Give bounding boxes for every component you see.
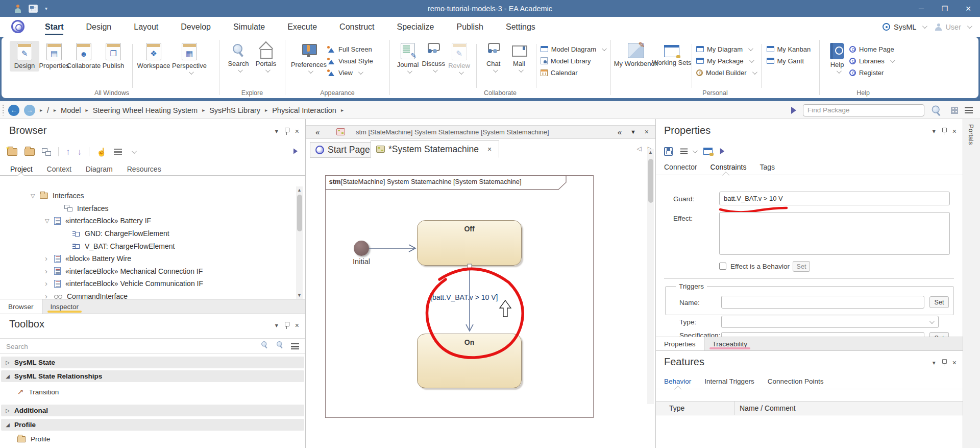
package-icon[interactable] [24, 148, 35, 156]
nav-expand-icon[interactable] [791, 107, 796, 114]
properties-button[interactable]: ▤ Properties [39, 41, 69, 72]
close-panel-icon[interactable]: × [295, 321, 299, 329]
home-page-button[interactable]: Home Page [849, 44, 894, 54]
tab-list-icon[interactable]: « [618, 128, 622, 136]
save-icon[interactable] [664, 147, 673, 156]
my-workbench-button[interactable]: My Workbench [616, 41, 656, 69]
tree-item-mechanical-connection-if[interactable]: › «interfaceBlock» Mechanical Connection… [0, 265, 294, 278]
breadcrumb-model[interactable]: Model [61, 106, 81, 114]
pin-icon[interactable] [284, 322, 289, 329]
trigger-name-input[interactable] [721, 296, 924, 309]
toolbox-section-sysml-state[interactable]: ▷ SysML State [1, 357, 304, 368]
column-name-comment[interactable]: Name / Comment [740, 404, 796, 412]
ribbon-tab-develop[interactable]: Develop [181, 17, 211, 37]
browser-tab-resources[interactable]: Resources [120, 165, 168, 173]
portals-button[interactable]: Portals [252, 41, 280, 75]
transition-guard-label[interactable]: [batt.V_BAT.v > 10 V] [430, 293, 517, 301]
portals-strip-label[interactable]: Portals [967, 124, 975, 145]
trigger-spec-set-button[interactable]: Set [929, 332, 949, 337]
features-tab-behavior[interactable]: Behavior [664, 378, 691, 385]
ribbon-tab-simulate[interactable]: Simulate [233, 17, 265, 37]
bottom-tab-inspector[interactable]: Inspector [42, 299, 87, 314]
tree-item-interfaces-package[interactable]: ▽ Interfaces [0, 190, 294, 202]
my-package-button[interactable]: My Package [696, 56, 756, 66]
effect-textarea[interactable] [719, 212, 950, 255]
pin-icon[interactable] [942, 359, 946, 366]
tree-item-interfaces-diagram[interactable]: Interfaces [0, 202, 294, 215]
run-icon[interactable] [720, 148, 725, 154]
new-package-icon[interactable] [7, 148, 17, 156]
collapse-panel-icon[interactable]: ▾ [275, 128, 278, 135]
tree-item-gnd-port[interactable]: GND: ChargeFlowElement [0, 227, 294, 240]
model-builder-button[interactable]: Model Builder [696, 67, 756, 78]
ribbon-tab-specialize[interactable]: Specialize [397, 17, 434, 37]
search-icon[interactable] [931, 105, 942, 114]
close-panel-icon[interactable]: × [952, 359, 957, 367]
collapse-tabs-icon[interactable]: « [315, 128, 320, 136]
journal-button[interactable]: Journal [395, 41, 421, 76]
quick-access-chevron-icon[interactable]: ▾ [45, 6, 47, 11]
view-button[interactable]: View [327, 67, 373, 78]
column-type[interactable]: Type [669, 404, 684, 412]
collapse-panel-icon[interactable]: ▾ [933, 128, 936, 135]
model-library-button[interactable]: Model Library [541, 56, 605, 66]
discuss-button[interactable]: Discuss [421, 41, 446, 75]
move-down-icon[interactable]: ↓ [78, 148, 82, 156]
browser-tab-context[interactable]: Context [40, 165, 79, 173]
new-diagram-icon[interactable] [42, 148, 51, 156]
my-kanban-button[interactable]: My Kanban [767, 44, 811, 54]
close-tab-icon[interactable]: × [487, 145, 492, 153]
toolbox-section-additional[interactable]: ▷ Additional [1, 405, 304, 416]
scroll-up-icon[interactable]: ▲ [647, 150, 654, 155]
expander-open-icon[interactable]: ▽ [45, 218, 54, 224]
minimize-button[interactable]: ─ [910, 0, 933, 17]
my-diagram-button[interactable]: My Diagram [696, 44, 756, 54]
chevron-down-icon[interactable]: ▼ [630, 129, 636, 135]
libraries-button[interactable]: Libraries [849, 56, 894, 66]
browser-expand-icon[interactable] [293, 148, 298, 154]
full-screen-button[interactable]: Full Screen [327, 44, 373, 54]
ribbon-tab-execute[interactable]: Execute [287, 17, 317, 37]
breadcrumb-physical-interaction[interactable]: Physical Interaction [272, 106, 336, 114]
close-button[interactable]: ✕ [957, 0, 980, 17]
app-window-icon[interactable] [29, 5, 38, 13]
menu-icon[interactable] [965, 107, 973, 113]
calendar-button[interactable]: Calendar [541, 67, 605, 78]
visual-style-button[interactable]: Visual Style [327, 56, 373, 66]
working-sets-button[interactable]: Working Sets [656, 41, 688, 68]
browser-scrollbar[interactable]: ▲ ▼ [296, 186, 303, 299]
ribbon-tab-layout[interactable]: Layout [134, 17, 158, 37]
scroll-down-icon[interactable]: ▼ [296, 293, 303, 298]
features-tab-connection-points[interactable]: Connection Points [768, 378, 824, 385]
scrollbar-thumb[interactable] [297, 195, 302, 231]
tab-system-statemachine[interactable]: *System Statemachine × [371, 140, 499, 158]
ribbon-tab-start[interactable]: Start [45, 17, 63, 37]
scrollbar-thumb[interactable] [648, 159, 653, 203]
toolbar-grip[interactable] [3, 105, 4, 115]
tree-item-vbat-port[interactable]: V_BAT: ChargeFlowElement [0, 240, 294, 252]
properties-tab-tags[interactable]: Tags [760, 163, 775, 171]
locate-icon[interactable]: ☝ [96, 147, 107, 157]
column-divider[interactable] [734, 402, 735, 415]
chat-button[interactable]: Chat [481, 41, 506, 75]
browser-tab-project[interactable]: Project [3, 165, 40, 173]
ribbon-tab-design[interactable]: Design [86, 17, 111, 37]
properties-tab-constraints[interactable]: Constraints [710, 163, 747, 171]
find-package-input[interactable] [803, 104, 924, 116]
move-up-icon[interactable]: ↑ [66, 148, 70, 156]
bottom-tab-browser[interactable]: Browser [0, 299, 42, 314]
search-icon[interactable] [261, 341, 265, 345]
close-panel-icon[interactable]: × [952, 127, 957, 135]
maximize-button[interactable]: ❐ [933, 0, 957, 17]
diagram-scrollbar[interactable]: ▲ [647, 149, 654, 404]
trigger-spec-input[interactable] [721, 332, 924, 337]
workspace-button[interactable]: ❖ Workspace [137, 41, 170, 72]
collapse-panel-icon[interactable]: ▾ [275, 322, 278, 329]
breadcrumb-root[interactable]: / [47, 106, 49, 114]
user-menu[interactable]: User [935, 23, 971, 31]
browser-menu-icon[interactable] [114, 149, 122, 155]
effect-is-behavior-checkbox[interactable] [719, 263, 726, 270]
review-button[interactable]: ✎ Review [446, 41, 472, 77]
bottom-tab-traceability[interactable]: Traceability [704, 337, 756, 350]
tab-scroll-left-icon[interactable]: ◁ [637, 145, 642, 152]
